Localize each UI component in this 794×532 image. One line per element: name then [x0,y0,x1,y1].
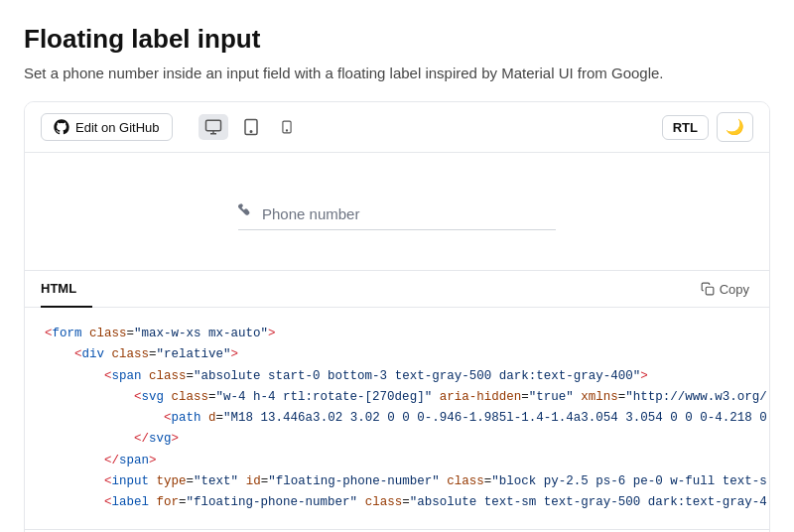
copy-button[interactable]: Copy [697,276,753,303]
phone-input[interactable] [238,193,556,230]
code-line-4: <svg class="w-4 h-4 rtl:rotate-[270deg]"… [45,387,749,408]
moon-icon: 🌙 [726,118,744,136]
svg-rect-0 [205,120,220,131]
desktop-icon [204,118,222,136]
code-line-6: </svg> [45,429,749,450]
code-line-7: </span> [45,451,749,471]
page-title: Floating label input [24,24,770,55]
github-icon [54,119,69,135]
code-panel: HTML Copy <form class="max-w-xs mx-auto"… [25,271,769,532]
code-line-9: <label for="floating-phone-number" class… [45,492,749,513]
input-wrapper: Phone number [238,193,556,230]
code-line-1: <form class="max-w-xs mx-auto"> [45,324,749,344]
floating-field: Phone number [238,193,556,230]
code-tabs: HTML Copy [25,271,769,308]
preview-area: Phone number [25,153,769,271]
edit-on-github-button[interactable]: Edit on GitHub [41,113,173,141]
code-line-3: <span class="absolute start-0 bottom-3 t… [45,366,749,387]
toolbar-right: RTL 🌙 [662,112,753,142]
phone-icon [238,203,252,220]
code-line-2: <div class="relative"> [45,344,749,365]
toolbar: Edit on GitHub [25,102,769,153]
desktop-view-button[interactable] [198,114,228,140]
code-block: <form class="max-w-xs mx-auto"> <div cla… [25,308,769,529]
copy-label: Copy [720,282,749,297]
html-tab[interactable]: HTML [41,271,92,308]
page-description: Set a phone number inside an input field… [24,65,770,81]
code-line-5: <path d="M18 13.446a3.02 3.02 0 0 0-.946… [45,408,749,429]
rtl-button[interactable]: RTL [662,115,709,140]
svg-rect-5 [706,287,714,295]
github-button-label: Edit on GitHub [75,120,160,135]
mobile-view-button[interactable] [274,114,300,140]
svg-point-4 [286,130,287,131]
tablet-icon [242,118,260,136]
demo-form: Phone number [238,193,556,230]
copy-icon [701,282,715,296]
svg-point-2 [250,131,252,133]
view-icons [198,114,300,140]
mobile-icon [280,118,294,136]
tablet-view-button[interactable] [236,114,266,140]
code-line-8: <input type="text" id="floating-phone-nu… [45,471,749,492]
demo-card: Edit on GitHub [24,101,770,532]
dark-mode-button[interactable]: 🌙 [717,112,753,142]
